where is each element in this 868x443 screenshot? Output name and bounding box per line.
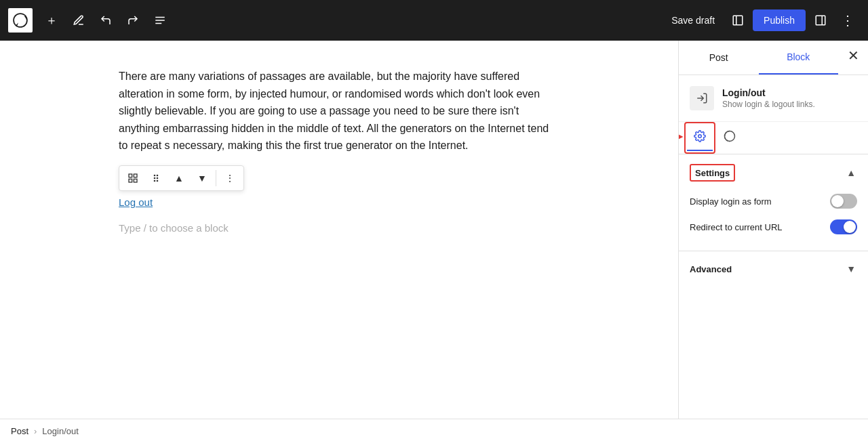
settings-section: Settings ▲ Display login as form Redirec… bbox=[679, 154, 868, 251]
sidebar-toggle-button[interactable] bbox=[808, 8, 833, 33]
tools-button[interactable] bbox=[66, 8, 91, 33]
block-parent-button[interactable] bbox=[122, 167, 144, 189]
publish-button[interactable]: Publish bbox=[753, 9, 806, 31]
settings-label-highlight: Settings bbox=[690, 164, 735, 182]
annotation-arrow bbox=[678, 131, 686, 146]
advanced-header-label: Advanced bbox=[690, 264, 732, 274]
redirect-label: Redirect to current URL bbox=[690, 222, 783, 232]
type-hint: Type / to choose a block bbox=[119, 222, 559, 234]
svg-rect-9 bbox=[134, 174, 137, 177]
svg-point-13 bbox=[157, 175, 157, 175]
block-more-options-button[interactable]: ⋮ bbox=[219, 167, 241, 189]
display-login-label: Display login as form bbox=[690, 196, 772, 207]
block-info-text: Login/out Show login & logout links. bbox=[722, 87, 857, 109]
breadcrumb-post[interactable]: Post bbox=[11, 426, 28, 436]
block-icon bbox=[690, 86, 714, 110]
main-area: There are many variations of passages ar… bbox=[0, 41, 868, 419]
redirect-toggle[interactable] bbox=[830, 219, 857, 234]
display-login-row: Display login as form bbox=[690, 188, 857, 214]
block-info-desc: Show login & logout links. bbox=[722, 100, 857, 109]
editor-content: There are many variations of passages ar… bbox=[119, 68, 559, 234]
view-button[interactable] bbox=[726, 8, 750, 33]
block-toolbar: ▲ ▼ ⋮ bbox=[119, 165, 244, 191]
redirect-row: Redirect to current URL bbox=[690, 214, 857, 240]
block-inspector-tabs: 1 bbox=[679, 122, 868, 154]
settings-collapse-button[interactable]: ▲ bbox=[845, 166, 857, 180]
sidebar: Post Block ✕ Login/out Show login & logo… bbox=[678, 41, 868, 419]
settings-header: Settings ▲ bbox=[690, 154, 857, 188]
document-overview-button[interactable] bbox=[148, 8, 172, 33]
advanced-header[interactable]: Advanced ▼ bbox=[679, 251, 868, 287]
advanced-section: Advanced ▼ bbox=[679, 251, 868, 287]
redo-button[interactable] bbox=[121, 8, 145, 33]
editor-paragraph: There are many variations of passages ar… bbox=[119, 68, 559, 154]
more-options-button[interactable]: ⋮ bbox=[835, 8, 860, 33]
close-sidebar-button[interactable]: ✕ bbox=[838, 41, 868, 70]
save-draft-button[interactable]: Save draft bbox=[663, 9, 723, 31]
block-move-down-button[interactable]: ▼ bbox=[191, 167, 213, 189]
breadcrumb-separator: › bbox=[34, 426, 37, 436]
svg-point-16 bbox=[154, 180, 155, 181]
block-info-title: Login/out bbox=[722, 87, 857, 98]
advanced-collapse-button[interactable]: ▼ bbox=[845, 262, 857, 276]
tab-post[interactable]: Post bbox=[679, 41, 759, 75]
block-drag-button[interactable] bbox=[145, 167, 167, 189]
editor-toolbar: ＋ Save draft Publish ⋮ bbox=[0, 0, 868, 41]
svg-point-17 bbox=[157, 180, 157, 181]
svg-rect-10 bbox=[134, 179, 137, 182]
svg-point-14 bbox=[154, 177, 155, 178]
undo-button[interactable] bbox=[94, 8, 118, 33]
display-login-toggle[interactable] bbox=[830, 194, 857, 209]
svg-rect-11 bbox=[129, 179, 132, 182]
svg-rect-6 bbox=[816, 16, 825, 25]
svg-point-19 bbox=[698, 135, 702, 138]
svg-rect-8 bbox=[129, 174, 132, 177]
login-out-block: ▲ ▼ ⋮ Log out bbox=[119, 165, 559, 209]
svg-rect-4 bbox=[733, 16, 743, 25]
settings-tab-button[interactable] bbox=[687, 125, 713, 151]
login-out-link[interactable]: Log out bbox=[119, 196, 153, 208]
svg-point-15 bbox=[157, 177, 157, 178]
breadcrumb-current: Login/out bbox=[42, 426, 79, 436]
toolbar-divider bbox=[216, 170, 216, 186]
wordpress-logo bbox=[8, 8, 33, 33]
settings-header-label: Settings bbox=[695, 168, 730, 178]
gear-tab-container: 1 bbox=[684, 122, 715, 154]
block-info: Login/out Show login & logout links. bbox=[679, 75, 868, 122]
block-move-up-button[interactable]: ▲ bbox=[168, 167, 190, 189]
style-tab-button[interactable] bbox=[715, 122, 744, 154]
sidebar-header: Post Block ✕ bbox=[679, 41, 868, 75]
svg-point-12 bbox=[154, 175, 155, 175]
editor-area: There are many variations of passages ar… bbox=[0, 41, 678, 419]
tab-block[interactable]: Block bbox=[759, 41, 839, 75]
add-block-button[interactable]: ＋ bbox=[39, 8, 64, 33]
gear-highlight-box bbox=[684, 122, 715, 154]
breadcrumb-bar: Post › Login/out bbox=[0, 419, 868, 443]
